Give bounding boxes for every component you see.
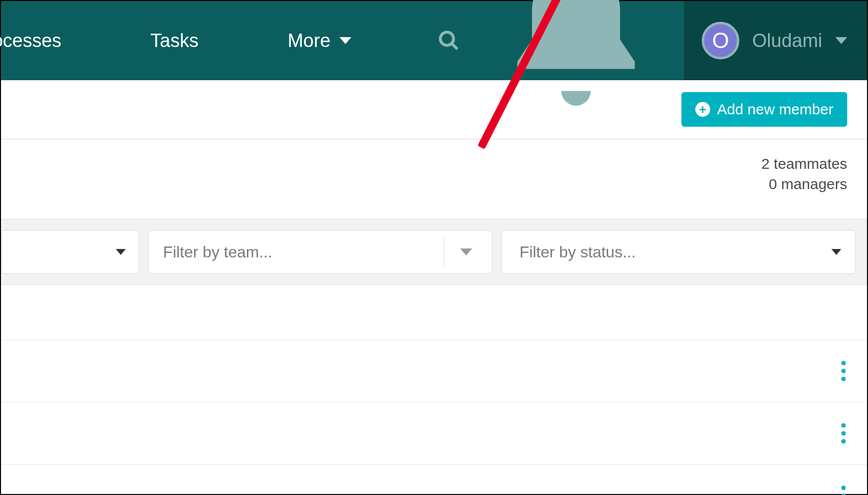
divider <box>444 237 444 267</box>
notifications-button[interactable]: 1 <box>488 0 664 130</box>
avatar: O <box>702 22 739 59</box>
filter-team-placeholder: Filter by team... <box>163 243 273 261</box>
filter-team[interactable]: Filter by team... <box>148 230 492 274</box>
chevron-down-icon <box>339 37 351 44</box>
nav-right: 1 O Oludami <box>437 1 867 80</box>
filter-bar: Filter by team... Filter by status... <box>1 219 867 285</box>
bell-icon <box>488 121 664 129</box>
row-menu-button[interactable] <box>836 486 850 495</box>
row-menu-button[interactable] <box>836 361 850 381</box>
filter-status[interactable]: Filter by status... <box>501 230 856 274</box>
plus-circle-icon: + <box>695 102 710 117</box>
list-item <box>1 402 867 464</box>
list-item <box>1 340 867 402</box>
chevron-down-icon <box>835 37 847 44</box>
row-menu-button[interactable] <box>836 423 850 444</box>
nav-more[interactable]: More <box>288 30 351 51</box>
action-bar: + Add new member <box>1 80 867 139</box>
chevron-down-icon <box>460 248 472 255</box>
team-stats: 2 teammates 0 managers <box>1 139 867 214</box>
add-member-button[interactable]: + Add new member <box>681 92 847 127</box>
chevron-down-icon <box>831 249 841 255</box>
nav-tasks[interactable]: Tasks <box>150 30 198 51</box>
add-member-label: Add new member <box>717 101 833 118</box>
topbar: rocesses Tasks More 1 O Oludami <box>1 1 867 80</box>
filter-dropdown-1[interactable] <box>1 230 139 274</box>
member-list <box>1 340 867 495</box>
search-icon[interactable] <box>437 29 460 52</box>
managers-count: 0 managers <box>1 174 847 195</box>
nav-processes[interactable]: rocesses <box>0 30 61 51</box>
user-menu[interactable]: O Oludami <box>684 1 867 80</box>
svg-point-0 <box>440 32 454 46</box>
filter-status-placeholder: Filter by status... <box>520 243 636 261</box>
list-item <box>1 464 867 495</box>
username: Oludami <box>752 30 822 51</box>
nav-left: rocesses Tasks More <box>1 30 351 51</box>
nav-more-label: More <box>288 30 331 51</box>
teammates-count: 2 teammates <box>1 154 847 174</box>
svg-line-1 <box>452 44 458 50</box>
chevron-down-icon <box>116 249 126 255</box>
